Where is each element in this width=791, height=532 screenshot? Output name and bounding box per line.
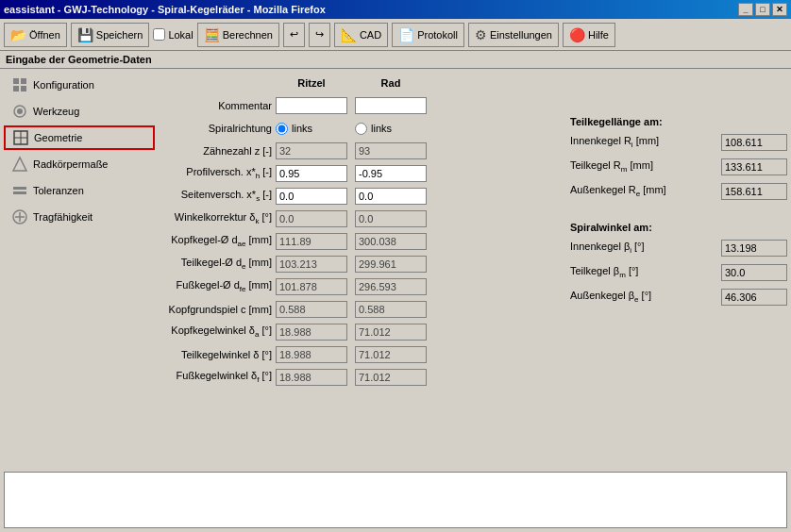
input-teilkegelwinkel-rad[interactable]: [355, 346, 427, 363]
svg-rect-0: [13, 78, 19, 84]
row-spiralrichtung: Spiralrichtung links links: [159, 118, 566, 139]
bottom-textarea-container: [4, 472, 787, 528]
right-row-aussenkegel-beta: Außenkegel βe [°]: [570, 288, 787, 307]
label-kopfgrundspiel: Kopfgrundspiel c [mm]: [159, 304, 272, 315]
input-fusskegelwinkel-rad[interactable]: [355, 369, 427, 386]
close-button[interactable]: ✕: [772, 3, 787, 16]
radio-spiralrichtung-ritzel[interactable]: links: [276, 123, 347, 135]
input-zahnezahl-ritzel[interactable]: [276, 142, 347, 159]
label-seitenversch: Seitenversch. x*s [-]: [159, 189, 272, 203]
sidebar-item-tragfaehigkeit[interactable]: Tragfähigkeit: [4, 205, 155, 229]
help-button[interactable]: 🔴 Hilfe: [563, 23, 615, 47]
radio-spiralrichtung-rad[interactable]: links: [355, 123, 427, 135]
right-row-aussenkegel-r: Außenkegel Re [mm]: [570, 182, 787, 201]
minimize-button[interactable]: _: [738, 3, 753, 16]
calculate-label: Berechnen: [223, 29, 273, 41]
label-zahnezahl: Zähnezahl z [-]: [159, 145, 272, 157]
right-row-innenkegel-r: Innenkegel Ri [mm]: [570, 133, 787, 152]
input-seitenversch-ritzel[interactable]: [276, 188, 347, 205]
input-kopfkegelwinkel-ritzel[interactable]: [276, 324, 347, 341]
disk-icon: 💾: [77, 27, 93, 42]
proto-icon: 📄: [398, 27, 414, 42]
input-fusskegelwinkel-ritzel[interactable]: [276, 369, 347, 386]
col-header-rad: Rad: [355, 77, 427, 89]
input-teilkegel-ritzel[interactable]: [276, 256, 347, 273]
local-label: Lokal: [168, 29, 193, 41]
help-icon: 🔴: [569, 27, 585, 42]
sidebar-item-werkzeug[interactable]: Werkzeug: [4, 99, 155, 124]
settings-button[interactable]: ⚙ Einstellungen: [468, 23, 559, 47]
input-kommentar-ritzel[interactable]: [276, 97, 347, 114]
sidebar-item-konfiguration[interactable]: Konfiguration: [4, 73, 155, 97]
radio-links-rad[interactable]: [355, 123, 367, 135]
redo-icon: ↪: [315, 28, 324, 41]
cad-label: CAD: [360, 29, 381, 41]
sidebar-item-radkoerper[interactable]: Radkörpermaße: [4, 152, 155, 176]
right-panel: Teilkegellänge am: Innenkegel Ri [mm] Te…: [570, 73, 787, 464]
input-kopfkegel-rad[interactable]: [355, 233, 427, 250]
input-teilkegel-rad[interactable]: [355, 256, 427, 273]
right-label-innenkegel-r: Innenkegel Ri [mm]: [570, 135, 717, 149]
input-profilversch-ritzel[interactable]: [276, 165, 347, 182]
row-fusskegel: Fußkegel-Ø dfe [mm]: [159, 276, 566, 297]
open-button[interactable]: 📂 Öffnen: [4, 23, 67, 47]
cad-button[interactable]: 📐 CAD: [334, 23, 388, 47]
row-kommentar: Kommentar: [159, 95, 566, 116]
calculate-button[interactable]: 🧮 Berechnen: [197, 23, 279, 47]
input-kopfkegelwinkel-rad[interactable]: [355, 324, 427, 341]
label-kopfkegelwinkel: Kopfkegelwinkel δa [°]: [159, 324, 272, 339]
input-fusskegel-rad[interactable]: [355, 278, 427, 295]
undo-icon: ↩: [290, 28, 298, 41]
radio-links-ritzel[interactable]: [276, 123, 288, 135]
input-zahnezahl-rad[interactable]: [355, 142, 427, 159]
bottom-textarea[interactable]: [5, 473, 786, 527]
right-label-aussenkegel-beta: Außenkegel βe [°]: [570, 290, 717, 304]
protocol-button[interactable]: 📄 Protokoll: [392, 23, 464, 47]
right-label-innenkegel-beta: Innenkegel βi [°]: [570, 241, 717, 255]
right-row-teilkegel-r: Teilkegel Rm [mm]: [570, 158, 787, 176]
undo-button[interactable]: ↩: [283, 23, 305, 47]
tragfaehigkeit-icon: [10, 208, 29, 225]
right-input-innenkegel-r[interactable]: [721, 134, 787, 151]
input-profilversch-rad[interactable]: [355, 165, 427, 182]
sidebar-item-geometrie[interactable]: Geometrie: [4, 125, 155, 150]
sidebar-item-toleranzen[interactable]: Toleranzen: [4, 178, 155, 203]
input-teilkegelwinkel-ritzel[interactable]: [276, 346, 347, 363]
sidebar-item-konfiguration-label: Konfiguration: [33, 79, 94, 91]
right-input-aussenkegel-r[interactable]: [721, 183, 787, 200]
input-winkelkorrektur-rad[interactable]: [355, 210, 427, 227]
row-kopfgrundspiel: Kopfgrundspiel c [mm]: [159, 299, 566, 320]
right-label-teilkegel-r: Teilkegel Rm [mm]: [570, 159, 717, 174]
local-checkbox[interactable]: [153, 28, 165, 41]
calc-icon: 🧮: [204, 27, 220, 42]
label-fusskegelwinkel: Fußkegelwinkel δf [°]: [159, 370, 272, 384]
form-area: Ritzel Rad Kommentar Spiralrichtung link…: [159, 73, 566, 464]
maximize-button[interactable]: □: [755, 3, 770, 16]
redo-button[interactable]: ↪: [309, 23, 330, 47]
sidebar-item-radkoerper-label: Radkörpermaße: [33, 158, 108, 170]
right-input-innenkegel-beta[interactable]: [721, 240, 787, 257]
input-kopfgrundspiel-ritzel[interactable]: [276, 301, 347, 318]
input-fusskegel-ritzel[interactable]: [276, 278, 347, 295]
folder-icon: 📂: [10, 27, 26, 42]
row-teilkegel: Teilkegel-Ø de [mm]: [159, 254, 566, 274]
right-input-teilkegel-beta[interactable]: [721, 264, 787, 281]
right-input-teilkegel-r[interactable]: [721, 158, 787, 175]
input-kopfgrundspiel-rad[interactable]: [355, 301, 427, 318]
input-seitenversch-rad[interactable]: [355, 188, 427, 205]
input-kopfkegel-ritzel[interactable]: [276, 233, 347, 250]
row-kopfkegel: Kopfkegel-Ø dae [mm]: [159, 231, 566, 252]
right-input-aussenkegel-beta[interactable]: [721, 289, 787, 306]
radio-links-ritzel-label: links: [292, 123, 312, 134]
window-controls[interactable]: _ □ ✕: [738, 3, 787, 16]
label-spiralrichtung: Spiralrichtung: [159, 123, 272, 134]
input-winkelkorrektur-ritzel[interactable]: [276, 210, 347, 227]
local-checkbox-group[interactable]: Lokal: [153, 28, 193, 41]
protocol-label: Protokoll: [417, 29, 458, 41]
input-kommentar-rad[interactable]: [355, 97, 427, 114]
radio-links-rad-label: links: [371, 123, 392, 134]
sidebar-item-werkzeug-label: Werkzeug: [33, 106, 79, 117]
save-button[interactable]: 💾 Speichern: [71, 23, 150, 47]
form-header-row: Ritzel Rad: [159, 73, 566, 93]
col-header-ritzel: Ritzel: [276, 77, 347, 89]
